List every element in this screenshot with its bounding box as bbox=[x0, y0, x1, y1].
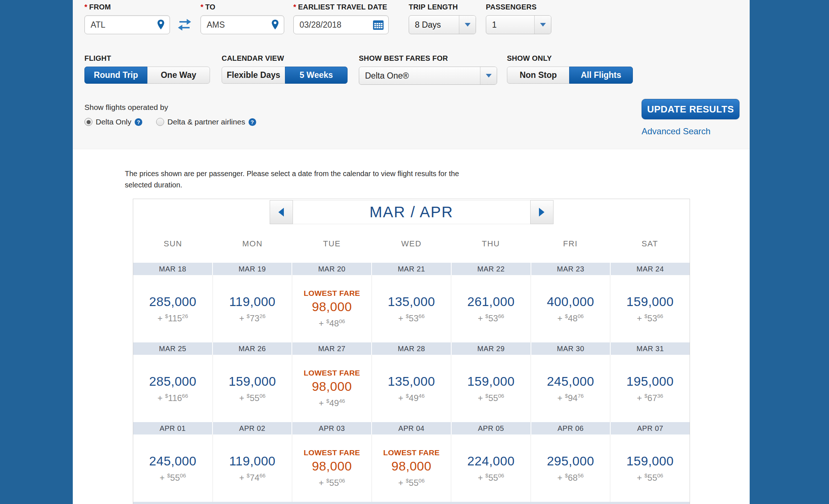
fare-cell[interactable]: 119,000+ $7326 bbox=[213, 275, 293, 342]
all-flights-toggle[interactable]: All Flights bbox=[569, 67, 633, 84]
miles-value: 285,000 bbox=[149, 294, 197, 309]
calendar-weeks: MAR 18MAR 19MAR 20MAR 21MAR 22MAR 23MAR … bbox=[133, 263, 690, 502]
date-band-cell: MAR 26 bbox=[213, 342, 293, 355]
help-icon[interactable]: ? bbox=[135, 118, 142, 126]
round-trip-toggle[interactable]: Round Trip bbox=[84, 67, 147, 84]
fare-cell[interactable]: 119,000+ $7466 bbox=[213, 434, 293, 502]
fare-cell[interactable]: 159,000+ $5506 bbox=[451, 355, 531, 422]
required-marker: * bbox=[84, 3, 87, 11]
taxes-fees: + $5506 bbox=[239, 393, 265, 403]
delta-only-radio-option[interactable]: Delta Only ? bbox=[84, 118, 142, 126]
fare-cell[interactable]: 261,000+ $5366 bbox=[451, 275, 531, 342]
miles-value: 261,000 bbox=[467, 294, 515, 309]
taxes-fees: + $4806 bbox=[557, 313, 583, 324]
miles-value: 400,000 bbox=[547, 294, 594, 309]
best-fares-dropdown[interactable]: Delta One® bbox=[359, 67, 497, 85]
date-band-cell: MAR 29 bbox=[452, 342, 531, 355]
passengers-dropdown[interactable]: 1 bbox=[486, 15, 551, 34]
taxes-fees: + $5506 bbox=[478, 473, 504, 483]
trip-length-dropdown[interactable]: 8 Days bbox=[409, 15, 476, 34]
swap-origin-destination-icon[interactable] bbox=[174, 18, 195, 31]
best-fares-group: SHOW BEST FARES FOR Delta One® bbox=[359, 54, 497, 85]
flexible-days-toggle[interactable]: Flexible Days bbox=[222, 67, 285, 84]
radio-selected-icon[interactable] bbox=[84, 118, 92, 126]
next-month-button[interactable] bbox=[530, 200, 554, 224]
miles-value: 295,000 bbox=[547, 454, 594, 468]
from-input[interactable] bbox=[91, 20, 156, 30]
fare-cell[interactable]: 285,000+ $11526 bbox=[133, 275, 213, 342]
fare-cell[interactable]: 224,000+ $5506 bbox=[451, 434, 531, 502]
travel-date-label: *EARLIEST TRAVEL DATE bbox=[293, 3, 389, 11]
delta-partner-radio-option[interactable]: Delta & partner airlines ? bbox=[156, 118, 256, 126]
date-band-cell: APR 06 bbox=[531, 422, 611, 434]
advanced-search-link[interactable]: Advanced Search bbox=[642, 126, 710, 136]
day-name: SAT bbox=[610, 239, 690, 249]
previous-month-button[interactable] bbox=[270, 200, 293, 224]
day-name: FRI bbox=[531, 239, 610, 249]
fare-cell[interactable]: 195,000+ $6736 bbox=[610, 355, 690, 422]
calendar-view-toggle-group: CALENDAR VIEW Flexible Days 5 Weeks bbox=[222, 54, 348, 84]
taxes-fees: + $6856 bbox=[557, 473, 583, 483]
search-fields-row: *FROM *TO bbox=[84, 3, 750, 34]
taxes-fees: + $7466 bbox=[239, 473, 265, 483]
fare-cell[interactable]: LOWEST FARE98,000+ $4806 bbox=[292, 275, 372, 342]
from-label: *FROM bbox=[84, 3, 170, 11]
fare-cell[interactable]: 159,000+ $5506 bbox=[610, 434, 690, 502]
calendar-icon[interactable] bbox=[373, 20, 384, 30]
calendar-view-label: CALENDAR VIEW bbox=[222, 54, 348, 63]
day-name: SUN bbox=[133, 239, 213, 249]
delta-partner-label: Delta & partner airlines bbox=[167, 118, 245, 126]
taxes-fees: + $5506 bbox=[160, 473, 186, 483]
update-results-button[interactable]: UPDATE RESULTS bbox=[642, 99, 739, 119]
taxes-fees: + $11666 bbox=[158, 393, 188, 403]
left-margin-strip bbox=[0, 0, 73, 504]
lowest-fare-label: LOWEST FARE bbox=[383, 448, 440, 457]
to-field-group: *TO bbox=[201, 3, 284, 34]
miles-value: 195,000 bbox=[626, 374, 674, 389]
five-weeks-toggle[interactable]: 5 Weeks bbox=[285, 67, 348, 84]
non-stop-toggle[interactable]: Non Stop bbox=[507, 67, 570, 84]
to-input[interactable] bbox=[207, 20, 271, 30]
fare-cell[interactable]: 285,000+ $11666 bbox=[133, 355, 213, 422]
fare-cell[interactable]: 245,000+ $9476 bbox=[531, 355, 611, 422]
best-fares-label: SHOW BEST FARES FOR bbox=[359, 54, 497, 63]
trip-length-value: 8 Days bbox=[409, 16, 459, 34]
taxes-fees: + $9476 bbox=[557, 393, 583, 403]
date-band-cell: APR 05 bbox=[452, 422, 531, 434]
date-band-row: MAR 25MAR 26MAR 27MAR 28MAR 29MAR 30MAR … bbox=[133, 342, 690, 355]
show-only-label: SHOW ONLY bbox=[507, 54, 633, 63]
day-name: TUE bbox=[292, 239, 372, 249]
miles-value: 98,000 bbox=[312, 459, 352, 473]
lowest-fare-label: LOWEST FARE bbox=[304, 448, 360, 457]
trip-length-field-group: TRIP LENGTH 8 Days bbox=[409, 3, 476, 34]
fare-cell[interactable]: 245,000+ $5506 bbox=[133, 434, 213, 502]
arrow-right-icon bbox=[539, 208, 544, 217]
fare-cell[interactable]: 135,000+ $5366 bbox=[372, 275, 452, 342]
date-band-cell: MAR 25 bbox=[133, 342, 213, 355]
calendar-header: MAR / APR bbox=[133, 199, 690, 225]
miles-value: 98,000 bbox=[312, 379, 352, 394]
fare-cell[interactable]: 400,000+ $4806 bbox=[531, 275, 611, 342]
results-intro-text: The prices shown are per passenger. Plea… bbox=[125, 168, 471, 191]
fare-cell[interactable]: LOWEST FARE98,000+ $5506 bbox=[372, 434, 452, 502]
fare-cell[interactable]: 159,000+ $5366 bbox=[610, 275, 690, 342]
location-pin-icon[interactable] bbox=[271, 19, 279, 30]
dropdown-caret-box bbox=[480, 67, 497, 84]
radio-unselected-icon[interactable] bbox=[156, 118, 164, 126]
fare-cell[interactable]: 135,000+ $4946 bbox=[372, 355, 452, 422]
location-pin-icon[interactable] bbox=[156, 19, 165, 30]
help-icon[interactable]: ? bbox=[249, 118, 256, 126]
miles-value: 245,000 bbox=[547, 374, 594, 389]
miles-value: 119,000 bbox=[229, 454, 275, 468]
from-field-group: *FROM bbox=[84, 3, 170, 34]
one-way-toggle[interactable]: One Way bbox=[147, 67, 210, 84]
travel-date-input[interactable] bbox=[300, 20, 373, 30]
trip-length-label: TRIP LENGTH bbox=[409, 3, 476, 11]
date-band-cell: APR 04 bbox=[372, 422, 452, 434]
show-only-toggle-group: SHOW ONLY Non Stop All Flights bbox=[507, 54, 633, 84]
fare-cell[interactable]: 159,000+ $5506 bbox=[213, 355, 293, 422]
fare-cell[interactable]: 295,000+ $6856 bbox=[531, 434, 611, 502]
taxes-fees: + $4946 bbox=[398, 393, 424, 403]
fare-cell[interactable]: LOWEST FARE98,000+ $5506 bbox=[292, 434, 372, 502]
fare-cell[interactable]: LOWEST FARE98,000+ $4946 bbox=[292, 355, 372, 422]
